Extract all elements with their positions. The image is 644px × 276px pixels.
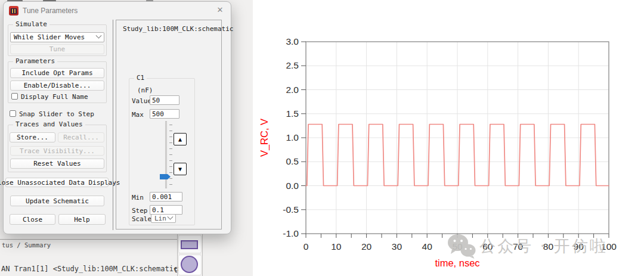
- min-label: Min: [132, 194, 144, 201]
- step-field[interactable]: [150, 205, 182, 215]
- dialog-titlebar[interactable]: Tune Parameters ✕: [4, 2, 231, 18]
- rectangle-shape-icon: [181, 240, 198, 249]
- scale-label: Scale: [132, 215, 151, 223]
- update-schematic-button[interactable]: Update Schematic: [10, 196, 104, 206]
- statusbar-divider: [0, 239, 178, 240]
- svg-text:V_RC, V: V_RC, V: [259, 119, 270, 157]
- svg-text:20: 20: [361, 241, 372, 252]
- watermark: 公众号 · 开仿啦: [447, 231, 644, 261]
- svg-text:2.0: 2.0: [286, 85, 299, 95]
- svg-text:1.0: 1.0: [286, 132, 299, 142]
- circle-shape-icon: [181, 256, 198, 273]
- slider-up-button[interactable]: ▲: [174, 133, 187, 145]
- down-arrow-icon: ▼: [178, 166, 182, 172]
- recall-button[interactable]: Recall...: [58, 132, 104, 142]
- svg-text:2.5: 2.5: [286, 60, 299, 70]
- max-label: Max: [132, 111, 144, 119]
- max-field[interactable]: [150, 109, 179, 119]
- tune-button[interactable]: Tune: [10, 44, 104, 54]
- chevron-down-icon: [96, 33, 102, 39]
- simulation-log-line: AN Tran1[1] <Study_lib:100M_CLK:schemati…: [1, 265, 182, 273]
- trace-visibility-button[interactable]: Trace Visibility...: [10, 146, 104, 156]
- svg-text:30: 30: [392, 241, 402, 252]
- param-name-label: C1: [134, 74, 147, 82]
- simulate-mode-value: While Slider Moves: [14, 33, 85, 41]
- value-label: Value: [132, 97, 151, 105]
- value-field[interactable]: [150, 95, 179, 105]
- svg-text:-0.5: -0.5: [283, 204, 299, 215]
- simulate-group-label: Simulate: [13, 20, 49, 28]
- palette-divider: [202, 234, 203, 276]
- display-full-name-label: Display Full Name: [21, 93, 88, 101]
- wechat-icon: [447, 234, 476, 259]
- svg-text:1.5: 1.5: [286, 108, 299, 119]
- palette-circle-tool[interactable]: [178, 255, 202, 275]
- up-arrow-icon: ▲: [178, 136, 182, 142]
- snap-slider-label: Snap Slider to Step: [19, 110, 94, 118]
- help-button[interactable]: Help: [58, 214, 106, 225]
- tune-parameters-icon: [9, 6, 18, 15]
- close-icon[interactable]: ✕: [213, 4, 227, 16]
- tuned-design-name: Study_lib:100M_CLK:schematic: [123, 25, 233, 33]
- status-summary-tab[interactable]: tus / Summary: [2, 241, 51, 249]
- min-field[interactable]: [150, 192, 182, 201]
- snap-slider-checkbox[interactable]: [10, 110, 16, 117]
- svg-text:3.0: 3.0: [286, 36, 299, 46]
- close-button[interactable]: Close: [10, 214, 55, 225]
- palette-rectangle-tool[interactable]: [178, 235, 202, 253]
- svg-text:0: 0: [304, 241, 309, 252]
- chevron-down-icon: [168, 214, 174, 220]
- enable-disable-button[interactable]: Enable/Disable...: [10, 80, 104, 91]
- parameters-group-label: Parameters: [13, 57, 57, 65]
- scale-value: Lin: [154, 215, 166, 222]
- panel-divider: [113, 20, 113, 230]
- screen: tus / Summary AN Tran1[1] <Study_lib:100…: [0, 0, 644, 276]
- svg-text:40: 40: [422, 241, 433, 252]
- display-full-name-checkbox[interactable]: [11, 93, 18, 100]
- reset-values-button[interactable]: Reset Values: [10, 159, 104, 169]
- watermark-text: 公众号 · 开仿啦: [479, 235, 608, 257]
- step-label: Step: [132, 207, 148, 215]
- traces-values-group-label: Traces and Values: [13, 120, 85, 128]
- slider-down-button[interactable]: ▼: [174, 163, 187, 175]
- svg-text:0.5: 0.5: [286, 156, 299, 166]
- dialog-title: Tune Parameters: [23, 7, 78, 15]
- include-opt-params-button[interactable]: Include Opt Params: [10, 68, 104, 78]
- tune-parameters-dialog: Tune Parameters ✕ Simulate While Slider …: [3, 1, 231, 234]
- close-unassociated-button[interactable]: Close Unassociated Data Displays: [5, 178, 109, 187]
- simulate-mode-select[interactable]: While Slider Moves: [10, 32, 104, 42]
- param-unit-label: (nF): [137, 86, 153, 94]
- svg-text:0.0: 0.0: [286, 181, 299, 191]
- scale-select[interactable]: Lin: [151, 214, 176, 223]
- svg-text:10: 10: [331, 241, 342, 252]
- svg-text:-1.0: -1.0: [283, 228, 299, 238]
- store-button[interactable]: Store...: [10, 132, 55, 142]
- palette-divider: [177, 234, 178, 276]
